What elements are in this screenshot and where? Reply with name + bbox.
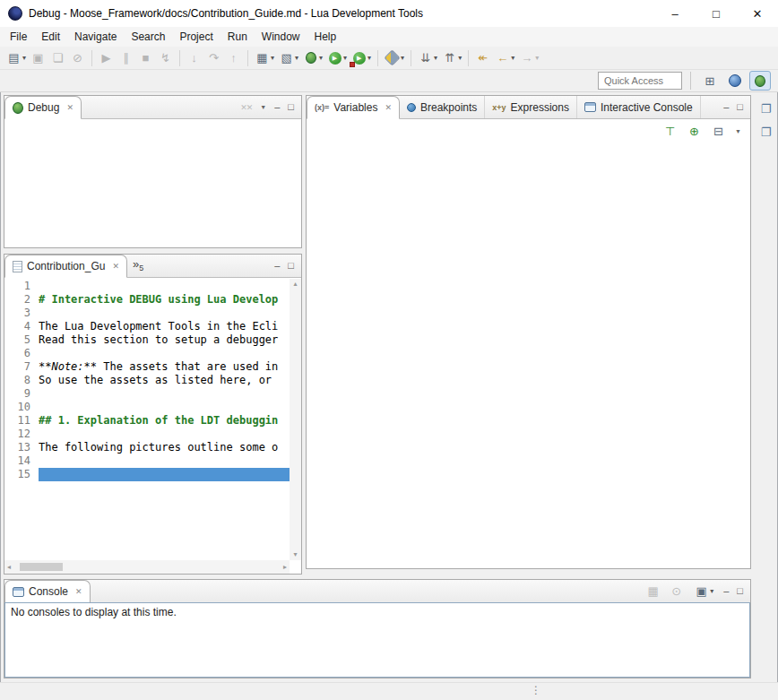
scroll-right-icon[interactable]: ▸ xyxy=(283,564,287,571)
quick-access-input[interactable] xyxy=(598,72,682,90)
line-number[interactable]: 12 xyxy=(4,428,39,441)
minimize-view-icon[interactable]: – xyxy=(274,102,280,112)
code-line[interactable] xyxy=(39,454,290,468)
scroll-up-icon[interactable]: ▴ xyxy=(293,281,297,288)
show-logical-structure-icon[interactable]: ⊕ xyxy=(687,124,702,139)
selected-line-highlight[interactable] xyxy=(39,468,290,481)
menu-edit[interactable]: Edit xyxy=(34,28,67,46)
line-number[interactable]: 11 xyxy=(4,414,39,428)
code-line[interactable]: # Interactive DEBUG using Lua Develop xyxy=(39,293,290,307)
maximize-view-icon[interactable]: □ xyxy=(737,586,743,596)
tab-breakpoints[interactable]: Breakpoints xyxy=(400,96,485,118)
dropdown-arrow-icon[interactable]: ▾ xyxy=(434,54,437,62)
editor-text-area[interactable]: 1 2# Interactive DEBUG using Lua Develop… xyxy=(4,278,301,574)
line-number[interactable]: 14 xyxy=(4,454,39,468)
code-line[interactable] xyxy=(39,280,290,293)
dropdown-arrow-icon[interactable]: ▾ xyxy=(710,587,713,595)
close-icon[interactable]: ✕ xyxy=(75,587,82,596)
tab-console[interactable]: Console ✕ xyxy=(4,580,91,603)
code-line[interactable]: **Note:** The assets that are used in xyxy=(39,360,290,374)
minimize-view-icon[interactable]: – xyxy=(723,102,729,112)
line-number[interactable]: 7 xyxy=(4,360,39,374)
dropdown-arrow-icon[interactable]: ▾ xyxy=(367,54,371,62)
dropdown-arrow-icon[interactable]: ▾ xyxy=(271,54,274,62)
drag-handle-icon[interactable]: ⋮ xyxy=(531,684,541,696)
editor-horizontal-scrollbar[interactable]: ◂ ▸ xyxy=(4,560,290,574)
tab-contribution-guide[interactable]: Contribution_Gu ✕ xyxy=(4,255,127,278)
lua-perspective-button[interactable] xyxy=(724,71,746,91)
close-icon[interactable]: ✕ xyxy=(112,262,119,271)
code-line[interactable] xyxy=(39,428,290,441)
line-number[interactable]: 15 xyxy=(4,468,39,481)
new-wizard-button[interactable]: ▤ ▾ xyxy=(4,48,28,68)
scrollbar-thumb[interactable] xyxy=(20,563,63,571)
minimize-window-button[interactable]: – xyxy=(654,0,696,27)
dropdown-arrow-icon[interactable]: ▾ xyxy=(343,54,347,62)
scroll-left-icon[interactable]: ◂ xyxy=(7,564,11,571)
code-line[interactable] xyxy=(39,401,290,414)
search-button[interactable]: ▾ xyxy=(383,48,406,68)
open-perspective-button[interactable]: ⊞ xyxy=(699,71,721,91)
close-window-button[interactable]: ✕ xyxy=(737,0,778,27)
line-number[interactable]: 5 xyxy=(4,333,39,347)
run-launch-button[interactable]: ▶ ▾ xyxy=(325,48,349,68)
show-type-names-icon[interactable]: ⊤ xyxy=(662,124,678,139)
scroll-down-icon[interactable]: ▾ xyxy=(293,551,297,558)
maximize-view-icon[interactable]: □ xyxy=(288,102,294,112)
back-button[interactable]: ← ▾ xyxy=(493,48,516,68)
code-line[interactable] xyxy=(39,387,290,401)
next-annotation-button[interactable]: ⇊ ▾ xyxy=(416,48,439,68)
dropdown-arrow-icon[interactable]: ▾ xyxy=(319,54,323,62)
debug-perspective-button[interactable] xyxy=(749,71,771,91)
previous-annotation-button[interactable]: ⇈ ▾ xyxy=(440,48,463,68)
line-number[interactable]: 8 xyxy=(4,374,39,387)
code-line[interactable]: ## 1. Explanation of the LDT debuggin xyxy=(39,414,290,428)
line-number[interactable]: 10 xyxy=(4,401,39,414)
minimize-view-icon[interactable]: – xyxy=(274,261,280,271)
line-number[interactable]: 3 xyxy=(4,307,39,320)
app-icon[interactable] xyxy=(8,6,22,21)
dropdown-arrow-icon[interactable]: ▾ xyxy=(22,54,26,62)
menu-help[interactable]: Help xyxy=(307,28,344,46)
line-number[interactable]: 6 xyxy=(4,347,39,360)
new-lua-file-button[interactable]: ▧ ▾ xyxy=(277,48,300,68)
code-line[interactable]: The following pictures outline some o xyxy=(39,441,290,454)
restore-view-icon[interactable]: ❐ xyxy=(758,100,774,117)
menu-window[interactable]: Window xyxy=(255,28,307,46)
line-number[interactable]: 1 xyxy=(4,280,39,293)
collapse-all-icon[interactable]: ⊟ xyxy=(711,124,726,139)
editor-lines[interactable]: 1 2# Interactive DEBUG using Lua Develop… xyxy=(4,280,290,481)
last-edit-location-button[interactable]: ↞ xyxy=(473,48,492,68)
maximize-window-button[interactable]: □ xyxy=(696,0,737,27)
restore-view-icon[interactable]: ❐ xyxy=(758,124,774,140)
new-lua-project-button[interactable]: ▦ ▾ xyxy=(253,48,276,68)
tab-expressions[interactable]: x+y Expressions xyxy=(485,96,577,118)
open-console-button[interactable]: ▣ ▾ xyxy=(692,582,715,601)
code-line[interactable] xyxy=(39,347,290,360)
editor-vertical-scrollbar[interactable]: ▴ ▾ xyxy=(290,279,301,560)
tab-interactive-console[interactable]: Interactive Console xyxy=(577,96,701,118)
tab-variables[interactable]: (x)= Variables ✕ xyxy=(307,96,400,119)
dropdown-arrow-icon[interactable]: ▾ xyxy=(511,54,514,62)
menu-project[interactable]: Project xyxy=(172,28,220,46)
dropdown-arrow-icon[interactable]: ▾ xyxy=(401,54,404,62)
external-tools-button[interactable]: ▶ ▾ xyxy=(350,48,373,68)
code-line[interactable]: So use the assets as listed here, or xyxy=(39,374,290,387)
close-icon[interactable]: ✕ xyxy=(66,103,73,112)
view-menu-icon[interactable]: ▼ xyxy=(735,128,741,134)
menu-search[interactable]: Search xyxy=(124,28,172,46)
minimize-view-icon[interactable]: – xyxy=(723,586,729,596)
close-icon[interactable]: ✕ xyxy=(385,103,392,112)
menu-navigate[interactable]: Navigate xyxy=(67,28,124,46)
view-menu-icon[interactable]: ▼ xyxy=(260,104,266,110)
menu-run[interactable]: Run xyxy=(220,28,255,46)
maximize-view-icon[interactable]: □ xyxy=(737,102,743,112)
hidden-editors-chevron[interactable]: » 5 xyxy=(127,255,147,277)
dropdown-arrow-icon[interactable]: ▾ xyxy=(458,54,462,62)
code-line[interactable]: Read this section to setup a debugger xyxy=(39,333,290,347)
line-number[interactable]: 13 xyxy=(4,441,39,454)
debug-launch-button[interactable]: ▾ xyxy=(301,48,324,68)
line-number[interactable]: 2 xyxy=(4,293,39,307)
code-line[interactable] xyxy=(39,307,290,320)
tab-debug[interactable]: Debug ✕ xyxy=(4,96,82,119)
